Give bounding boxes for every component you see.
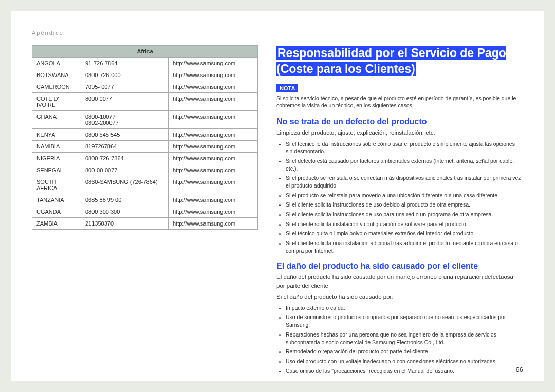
url-cell: http://www.samsung.com xyxy=(169,69,258,81)
country-cell: SENEGAL xyxy=(32,164,81,176)
list-item: Si el producto se reinstala para moverlo… xyxy=(286,192,523,199)
title-wrap: Responsabilidad por el Servicio de Pago … xyxy=(276,45,523,77)
url-cell: http://www.samsung.com xyxy=(169,218,258,230)
sec2-list: Impacto externo o caída.Uso de suministr… xyxy=(276,304,523,375)
url-cell: http://www.samsung.com xyxy=(169,164,258,176)
table-row: SOUTH AFRICA0860-SAMSUNG (726-7864)http:… xyxy=(32,176,258,194)
table-row: BOTSWANA0800-726-000http://www.samsung.c… xyxy=(32,69,258,81)
list-item: Si el cliente solicita una instalación a… xyxy=(286,239,523,254)
url-cell: http://www.samsung.com xyxy=(169,206,258,218)
phone-cell: 211350370 xyxy=(81,218,169,230)
phone-cell: 7095- 0077 xyxy=(81,81,169,93)
url-cell: http://www.samsung.com xyxy=(169,58,258,69)
url-cell: http://www.samsung.com xyxy=(169,194,258,206)
country-cell: NIGERIA xyxy=(32,153,81,164)
country-cell: UGANDA xyxy=(32,206,81,218)
country-cell: GHANA xyxy=(32,111,81,129)
url-cell: http://www.samsung.com xyxy=(169,81,258,93)
phone-cell: 800-00-0077 xyxy=(81,164,169,176)
subheading-no-defect: No se trata de un defecto del producto xyxy=(276,117,523,126)
url-cell: http://www.samsung.com xyxy=(169,176,258,194)
table-row: NIGERIA0800-726-7864http://www.samsung.c… xyxy=(32,153,258,164)
list-item: Si el técnico le da instrucciones sobre … xyxy=(286,140,523,155)
list-item: Si el defecto está causado por factores … xyxy=(286,157,523,172)
table-row: NAMIBIA8197267864http://www.samsung.com xyxy=(32,141,258,153)
list-item: Caso omiso de las "precauciones" recogid… xyxy=(286,367,523,375)
phone-cell: 8000 0077 xyxy=(81,93,169,111)
country-cell: ANGOLA xyxy=(32,58,81,69)
country-cell: TANZANIA xyxy=(32,194,81,206)
phone-cell: 0860-SAMSUNG (726-7864) xyxy=(81,176,169,194)
country-cell: SOUTH AFRICA xyxy=(32,176,81,194)
country-cell: CAMEROON xyxy=(32,81,81,93)
right-column: Responsabilidad por el Servicio de Pago … xyxy=(276,45,523,382)
sec2-intro2: Si el daño del producto ha sido causado … xyxy=(276,293,523,301)
phone-cell: 91-726-7864 xyxy=(81,58,169,69)
url-cell: http://www.samsung.com xyxy=(169,141,258,153)
table-row: UGANDA0800 300 300http://www.samsung.com xyxy=(32,206,258,218)
africa-table: Africa ANGOLA91-726-7864http://www.samsu… xyxy=(32,45,258,230)
country-cell: BOTSWANA xyxy=(32,69,81,81)
sec1-list: Si el técnico le da instrucciones sobre … xyxy=(276,140,523,255)
left-column: Africa ANGOLA91-726-7864http://www.samsu… xyxy=(32,45,258,382)
list-item: Si el técnico quita o limpia polvo o mat… xyxy=(286,230,523,237)
phone-cell: 0800-726-000 xyxy=(81,69,169,81)
table-row: CAMEROON7095- 0077http://www.samsung.com xyxy=(32,81,258,93)
subheading-client-damage: El daño del producto ha sido causado por… xyxy=(276,262,523,271)
phone-cell: 0800-100770302-200077 xyxy=(81,111,169,129)
list-item: Uso de suministros o productos comprados… xyxy=(286,313,523,328)
list-item: Uso del producto con un voltaje inadecua… xyxy=(286,358,523,365)
phone-cell: 0800-726-7864 xyxy=(81,153,169,164)
table-row: GHANA0800-100770302-200077http://www.sam… xyxy=(32,111,258,129)
country-cell: NAMIBIA xyxy=(32,141,81,153)
table-row: ZAMBIA211350370http://www.samsung.com xyxy=(32,218,258,230)
phone-cell: 0800 300 300 xyxy=(81,206,169,218)
list-item: Si el cliente solicita instrucciones de … xyxy=(286,211,523,218)
page-number: 66 xyxy=(516,366,523,374)
list-item: Si el producto se reinstala o se conecta… xyxy=(286,174,523,189)
phone-cell: 0800 545 545 xyxy=(81,129,169,141)
country-cell: KENYA xyxy=(32,129,81,141)
list-item: Remodelado o reparación del producto por… xyxy=(286,348,523,356)
sec1-intro: Limpieza del producto, ajuste, explicaci… xyxy=(276,128,523,137)
page-title: Responsabilidad por el Servicio de Pago … xyxy=(276,46,506,76)
country-cell: COTE D' IVOIRE xyxy=(32,93,81,111)
columns: Africa ANGOLA91-726-7864http://www.samsu… xyxy=(32,45,523,382)
document-page: Apéndice Africa ANGOLA91-726-7864http://… xyxy=(11,11,544,381)
url-cell: http://www.samsung.com xyxy=(169,93,258,111)
section-header: Apéndice xyxy=(32,30,523,36)
list-item: Si el cliente solicita instrucciones de … xyxy=(286,201,523,209)
table-row: COTE D' IVOIRE8000 0077http://www.samsun… xyxy=(32,93,258,111)
table-row: SENEGAL800-00-0077http://www.samsung.com xyxy=(32,164,258,176)
nota-text: Si solicita servicio técnico, a pesar de… xyxy=(276,95,523,109)
phone-cell: 8197267864 xyxy=(81,141,169,153)
url-cell: http://www.samsung.com xyxy=(169,153,258,164)
table-row: TANZANIA0685 88 99 00http://www.samsung.… xyxy=(32,194,258,206)
list-item: Si el cliente solicita instalación y con… xyxy=(286,220,523,228)
nota-badge: NOTA xyxy=(276,84,298,92)
url-cell: http://www.samsung.com xyxy=(169,111,258,129)
url-cell: http://www.samsung.com xyxy=(169,129,258,141)
table-row: KENYA0800 545 545http://www.samsung.com xyxy=(32,129,258,141)
phone-cell: 0685 88 99 00 xyxy=(81,194,169,206)
table-row: ANGOLA91-726-7864http://www.samsung.com xyxy=(32,58,258,69)
list-item: Reparaciones hechas por una persona que … xyxy=(286,331,523,346)
sec2-intro1: El daño del producto ha sido causado por… xyxy=(276,273,523,289)
list-item: Impacto externo o caída. xyxy=(286,304,523,312)
table-header: Africa xyxy=(32,46,258,58)
country-cell: ZAMBIA xyxy=(32,218,81,230)
